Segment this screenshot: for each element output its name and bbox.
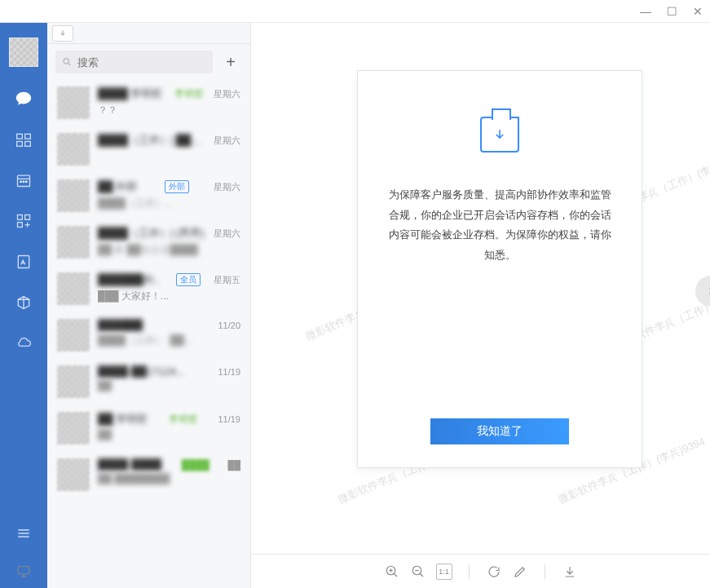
calendar-icon[interactable] [15, 171, 33, 189]
search-input[interactable] [55, 51, 213, 73]
list-item[interactable]: ████（工作）| ██...星期六 [47, 126, 250, 173]
svg-rect-9 [18, 215, 23, 220]
avatar [57, 365, 90, 398]
list-item[interactable]: ██████的..全员星期五 ███ 大家好！... [47, 266, 250, 312]
rotate-icon[interactable] [486, 564, 502, 580]
zoom-reset-icon[interactable]: 1:1 [436, 564, 452, 580]
main-area: 微影软件李兵（工作）(李兵)9394 微影软件李兵（工作）(李兵)9394 微影… [251, 23, 710, 588]
avatar [57, 179, 90, 212]
svg-rect-3 [25, 142, 31, 147]
svg-point-7 [23, 181, 24, 183]
app-body: + ████ 李明哲李明哲星期六 ？？ ████（工作）| ██...星期六 [0, 23, 710, 588]
zoom-in-icon[interactable] [384, 564, 400, 580]
add-button[interactable]: + [219, 51, 242, 73]
svg-rect-11 [18, 223, 23, 228]
sidebar: + ████ 李明哲李明哲星期六 ？？ ████（工作）| ██...星期六 [47, 23, 251, 588]
drive-icon[interactable] [15, 294, 33, 312]
avatar[interactable] [9, 38, 38, 67]
svg-rect-0 [17, 134, 23, 139]
notice-card: 为保障客户服务质量、提高内部协作效率和监管合规，你的企业已开启会话内容存档，你的… [357, 70, 642, 468]
menu-icon[interactable] [15, 524, 33, 542]
list-item[interactable]: ████ 李明哲李明哲星期六 ？？ [47, 80, 250, 126]
svg-rect-1 [25, 134, 31, 139]
docs-icon[interactable] [15, 253, 33, 271]
search-field[interactable] [77, 56, 206, 69]
svg-rect-2 [17, 142, 23, 147]
close-button[interactable]: ✕ [692, 6, 703, 17]
titlebar: — ☐ ✕ [0, 0, 710, 23]
list-item[interactable]: ██ 外部外部星期六 ████（工作）... [47, 173, 250, 219]
svg-point-8 [26, 181, 28, 183]
avatar [57, 412, 90, 444]
archive-icon [480, 117, 519, 153]
svg-point-6 [20, 181, 22, 183]
status-monitor-icon[interactable] [0, 554, 47, 588]
bottom-toolbar: 1:1 [251, 554, 710, 588]
avatar [57, 458, 90, 491]
svg-rect-10 [25, 215, 30, 220]
list-item[interactable]: ████（工作）| (男男)星期六 ██ 新 ██在企业████ [47, 219, 250, 266]
chat-icon[interactable] [15, 90, 33, 108]
svg-line-22 [394, 573, 397, 577]
contacts-icon[interactable] [15, 130, 33, 148]
svg-line-17 [68, 64, 71, 66]
list-item[interactable]: ████-██████████ ██ ████████ [47, 452, 250, 498]
avatar [57, 319, 90, 351]
list-item[interactable]: ████-██17124...11/19 ██ [47, 359, 250, 405]
svg-point-16 [64, 59, 68, 64]
cloud-icon[interactable] [15, 334, 33, 352]
sidebar-tabs [47, 23, 250, 44]
avatar [57, 226, 90, 259]
maximize-button[interactable]: ☐ [666, 6, 677, 17]
svg-rect-18 [18, 567, 29, 574]
workspace-icon[interactable] [15, 212, 33, 230]
list-item[interactable]: ██████11/20 ████（工作）: ██... [47, 312, 250, 359]
svg-line-26 [420, 573, 423, 577]
download-icon[interactable] [562, 564, 578, 580]
nav-rail [0, 23, 47, 588]
minimize-button[interactable]: — [640, 6, 651, 17]
all-badge: 全员 [176, 273, 201, 286]
conversation-list[interactable]: ████ 李明哲李明哲星期六 ？？ ████（工作）| ██...星期六 ██ … [47, 80, 250, 588]
pin-tab-button[interactable] [52, 25, 73, 42]
notice-text: 为保障客户服务质量、提高内部协作效率和监管合规，你的企业已开启会话内容存档，你的… [387, 185, 612, 266]
external-badge: 外部 [165, 180, 189, 193]
next-arrow-button[interactable] [695, 276, 710, 307]
avatar [57, 86, 90, 119]
list-item[interactable]: ██ 李明哲李明哲11/19 ██ [47, 405, 250, 452]
confirm-button[interactable]: 我知道了 [430, 418, 569, 444]
edit-icon[interactable] [512, 564, 528, 580]
search-row: + [47, 44, 250, 80]
avatar [57, 133, 90, 166]
zoom-out-icon[interactable] [410, 564, 426, 580]
avatar [57, 272, 90, 305]
